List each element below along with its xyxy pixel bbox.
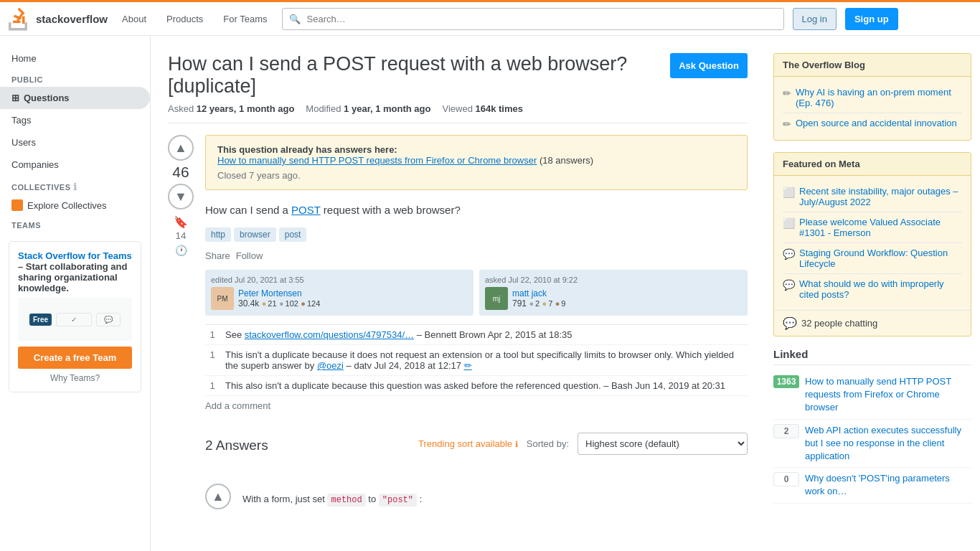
answer-1: ▲ With a form, just set method to "post"…: [205, 472, 748, 513]
question-meta: Asked 12 years, 1 month ago Modified 1 y…: [168, 103, 748, 114]
meta-square-icon-2: ⬜: [783, 217, 795, 229]
blog-link-1[interactable]: Why AI is having an on-prem moment (Ep. …: [796, 87, 962, 108]
closed-notice: Closed 7 years ago.: [217, 170, 735, 181]
question-text: How can I send a POST request with a web…: [205, 202, 748, 219]
editor-name[interactable]: Peter Mortensen: [238, 288, 320, 298]
discuss-icon-1: 💬: [783, 248, 795, 260]
answer-upvote-button[interactable]: ▲: [205, 484, 231, 509]
history-button[interactable]: 🕐: [175, 245, 187, 256]
share-link[interactable]: Share: [205, 250, 230, 261]
linked-item-2: 2 Web API action executes successfully b…: [773, 420, 971, 468]
teams-promo-title-link[interactable]: Stack Overflow for Teams: [18, 250, 132, 261]
nav-about[interactable]: About: [116, 11, 152, 27]
comment-edit-icon[interactable]: ✏: [464, 360, 472, 371]
sort-select[interactable]: Highest score (default)Trending (recent …: [578, 433, 748, 455]
comment-vote-2[interactable]: 1: [205, 349, 220, 371]
comment-text-1: See stackoverflow.com/questions/4797534/…: [225, 329, 748, 340]
main-content: How can I send a POST request with a web…: [151, 36, 765, 551]
create-team-button[interactable]: Create a free Team: [18, 347, 132, 369]
modified-meta: Modified 1 year, 1 month ago: [306, 103, 430, 114]
meta-item-1: ⬜ Recent site instability, major outages…: [783, 182, 962, 212]
questions-icon: ⊞: [11, 93, 19, 103]
add-comment-link[interactable]: Add a comment: [205, 396, 748, 415]
featured-meta-body: ⬜ Recent site instability, major outages…: [774, 176, 971, 310]
collectives-icon: [11, 199, 23, 211]
linked-score-2: 2: [773, 424, 799, 438]
trending-sort-label[interactable]: Trending sort available ℹ: [418, 438, 518, 449]
asker-bronze-badge: 9: [555, 299, 566, 308]
login-button[interactable]: Log in: [793, 8, 837, 30]
topbar: stackoverflow About Products For Teams 🔍…: [0, 0, 980, 36]
editor-silver-badge: 102: [279, 299, 298, 308]
tag-http[interactable]: http: [205, 227, 231, 242]
tag-post[interactable]: post: [279, 227, 307, 242]
asked-meta: Asked 12 years, 1 month ago: [168, 103, 294, 114]
comment-3: 1 This also isn't a duplicate because th…: [205, 376, 748, 396]
why-teams-link[interactable]: Why Teams?: [18, 373, 132, 383]
comment-vote-3[interactable]: 1: [205, 380, 220, 391]
linked-section: Linked 1363 How to manually send HTTP PO…: [773, 348, 971, 504]
linked-link-1[interactable]: How to manually send HTTP POST requests …: [805, 375, 971, 415]
signup-button[interactable]: Sign up: [845, 8, 898, 30]
meta-link-3[interactable]: Staging Ground Workflow: Question Lifecy…: [799, 248, 962, 269]
vote-column: ▲ 46 ▼ 🔖14 🕐: [168, 135, 194, 513]
nav-for-teams[interactable]: For Teams: [217, 11, 273, 27]
blog-link-2[interactable]: Open source and accidental innovation: [796, 118, 957, 128]
sidebar-item-home[interactable]: Home: [0, 47, 150, 70]
nav-products[interactable]: Products: [161, 11, 209, 27]
editor-rep: 30.4k: [238, 298, 259, 309]
editor-card: edited Jul 20, 2021 at 3:55 PM Peter Mor…: [205, 270, 473, 316]
meta-link-1[interactable]: Recent site instability, major outages –…: [799, 186, 962, 207]
comment-user-link[interactable]: @oezi: [317, 360, 344, 371]
duplicate-notice: This question already has answers here: …: [205, 135, 748, 190]
tag-browser[interactable]: browser: [234, 227, 276, 242]
asker-silver-badge: 2: [529, 299, 540, 308]
comment-2: 1 This isn't a duplicate because it does…: [205, 345, 748, 376]
search-input[interactable]: [282, 8, 784, 30]
bookmark-button[interactable]: 🔖14: [174, 215, 188, 242]
upvote-button[interactable]: ▲: [168, 135, 194, 161]
linked-link-2[interactable]: Web API action executes successfully but…: [805, 424, 971, 463]
asker-gold-badge: 7: [542, 299, 553, 308]
viewed-meta: Viewed 164k times: [442, 103, 523, 114]
answer-code-post: "post": [379, 494, 417, 507]
comment-vote-1[interactable]: 1: [205, 329, 220, 340]
follow-link[interactable]: Follow: [236, 250, 263, 261]
stackoverflow-logo-icon: [9, 6, 32, 32]
pencil-icon-2: ✏: [783, 118, 791, 130]
sort-bar: Trending sort available ℹ Sorted by: Hig…: [418, 433, 748, 455]
sidebar-item-companies[interactable]: Companies: [0, 154, 150, 176]
question-header: How can I send a POST request with a web…: [168, 53, 748, 123]
sidebar-item-explore-collectives[interactable]: Explore Collectives: [0, 195, 150, 215]
ask-question-button[interactable]: Ask Question: [670, 53, 748, 78]
duplicate-link[interactable]: How to manually send HTTP POST requests …: [217, 155, 537, 166]
asker-name[interactable]: matt jack: [512, 288, 565, 298]
meta-item-2: ⬜ Please welcome Valued Associate #1301 …: [783, 212, 962, 243]
question-body: This question already has answers here: …: [205, 135, 748, 513]
overflow-blog-box: The Overflow Blog ✏ Why AI is having an …: [773, 53, 971, 141]
meta-link-4[interactable]: What should we do with improperly cited …: [799, 278, 962, 300]
answer-code-method: method: [327, 494, 365, 507]
post-link[interactable]: POST: [291, 204, 321, 216]
sidebar-item-questions[interactable]: ⊞ Questions: [0, 87, 150, 109]
asker-rep: 791: [512, 298, 527, 309]
chat-icon: 💬: [783, 316, 797, 330]
collectives-info-icon[interactable]: ℹ: [73, 182, 77, 192]
editor-bronze-badge: 124: [301, 299, 320, 308]
search-icon: 🔍: [289, 14, 301, 24]
post-actions: Share Follow: [205, 250, 748, 261]
question-tags: http browser post: [205, 227, 748, 242]
blog-item-2: ✏ Open source and accidental innovation: [783, 113, 962, 134]
comment-link-1[interactable]: stackoverflow.com/questions/4797534/…: [245, 329, 414, 340]
sidebar-item-tags[interactable]: Tags: [0, 109, 150, 131]
downvote-button[interactable]: ▼: [168, 184, 194, 209]
svg-point-0: [14, 202, 21, 209]
sidebar-item-users[interactable]: Users: [0, 131, 150, 154]
search-bar: 🔍: [282, 8, 784, 30]
logo-link[interactable]: stackoverflow: [9, 6, 108, 32]
sidebar-section-collectives: COLLECTIVES ℹ: [0, 176, 150, 195]
linked-link-3[interactable]: Why doesn't 'POST'ing parameters work on…: [805, 472, 971, 498]
trending-info-icon[interactable]: ℹ: [515, 440, 518, 448]
teams-promo-image: Free ✓ 💬: [18, 298, 132, 341]
meta-link-2[interactable]: Please welcome Valued Associate #1301 - …: [799, 217, 962, 238]
